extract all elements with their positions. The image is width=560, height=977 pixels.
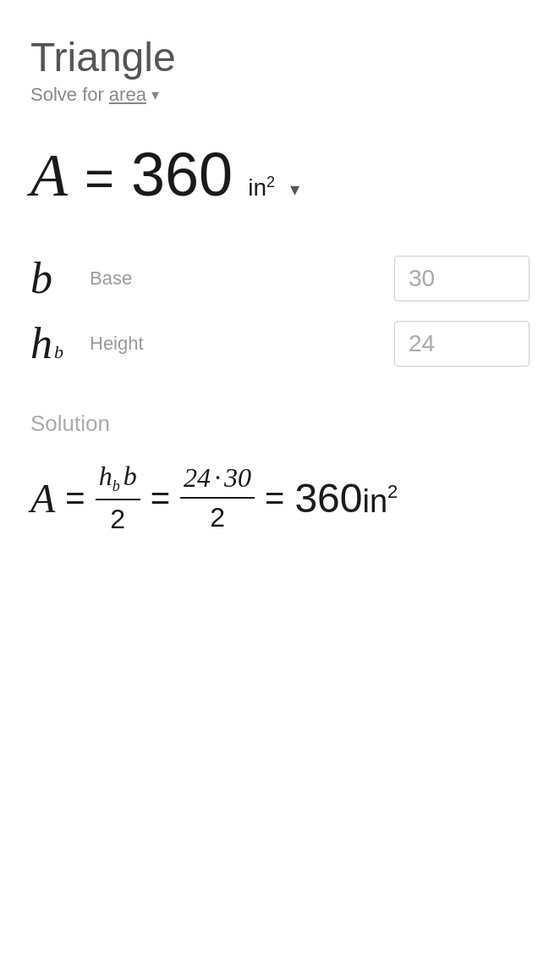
- formula-eq1: =: [65, 479, 85, 517]
- base-label: Base: [90, 268, 225, 290]
- height-input[interactable]: [394, 321, 530, 367]
- solution-label: Solution: [30, 411, 530, 437]
- solve-for-dropdown-icon[interactable]: ▾: [151, 86, 159, 104]
- formula-a-var: A: [30, 475, 55, 522]
- formula-eq2: =: [151, 479, 170, 517]
- height-input-row: hb Height: [30, 318, 530, 368]
- page-title: Triangle: [30, 34, 530, 80]
- base-symbol: b: [30, 253, 90, 303]
- formula-fraction-1: hbb 2: [96, 461, 140, 535]
- formula-eq3: =: [265, 479, 284, 517]
- solve-for-label: Solve for: [30, 84, 104, 106]
- frac1-denominator: 2: [107, 500, 129, 535]
- result-unit-dropdown-icon[interactable]: ▾: [290, 179, 299, 201]
- base-input[interactable]: [394, 256, 530, 301]
- result-value: 360: [131, 140, 233, 209]
- solve-for-link[interactable]: area: [109, 84, 146, 106]
- result-unit: in2: [248, 174, 275, 201]
- base-input-row: b Base: [30, 253, 530, 303]
- frac1-numerator: hbb: [96, 461, 140, 500]
- inputs-section: b Base hb Height: [30, 253, 530, 368]
- height-label: Height: [90, 333, 225, 355]
- result-equals: =: [85, 149, 114, 207]
- formula-row: A = hbb 2 = 24·30 2 = 360in2: [30, 461, 530, 535]
- formula-fraction-2: 24·30 2: [180, 462, 255, 533]
- frac2-numerator: 24·30: [180, 462, 255, 499]
- result-variable: A: [30, 141, 68, 211]
- height-symbol: hb: [30, 318, 90, 368]
- solution-section: Solution A = hbb 2 = 24·30 2 = 360in2: [30, 411, 530, 535]
- formula-result-value: 360in2: [294, 475, 398, 522]
- frac2-denominator: 2: [206, 499, 228, 533]
